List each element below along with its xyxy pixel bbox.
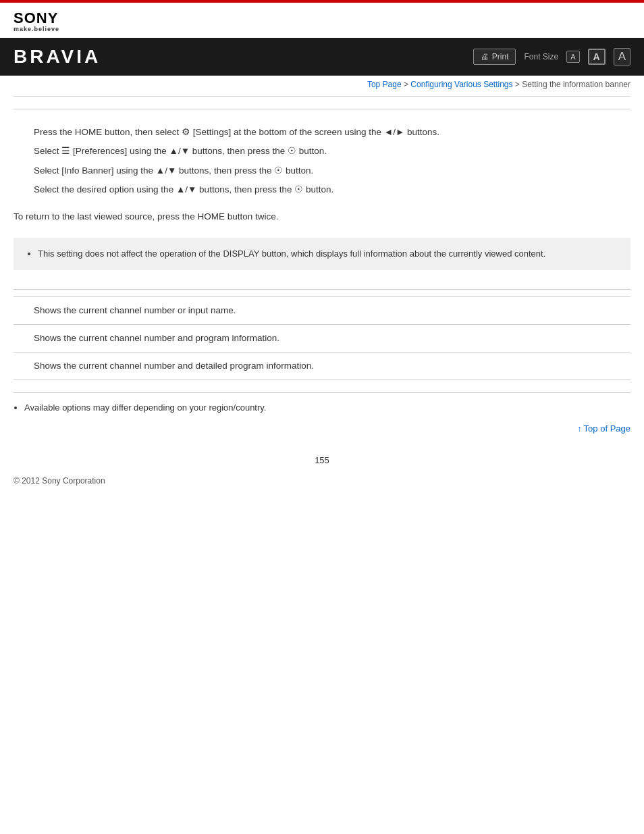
breadcrumb-sep1: > xyxy=(402,80,411,89)
top-of-page-container: ↑ Top of Page xyxy=(14,418,630,444)
up-arrow-icon: ↑ xyxy=(577,424,581,434)
options-section: Shows the current channel number or inpu… xyxy=(14,296,630,381)
print-icon: 🖨 xyxy=(481,52,489,61)
breadcrumb: Top Page > Configuring Various Settings … xyxy=(14,76,630,96)
logo-area: SONY make.believe xyxy=(0,3,644,38)
header-controls: 🖨 Print Font Size A A A xyxy=(473,48,630,66)
option-1-description: Shows the current channel number or inpu… xyxy=(34,305,236,315)
breadcrumb-top-page[interactable]: Top Page xyxy=(367,80,402,89)
top-of-page-link[interactable]: ↑ Top of Page xyxy=(577,423,630,434)
spacer3 xyxy=(14,380,630,392)
print-button[interactable]: 🖨 Print xyxy=(473,49,516,65)
page-number: 155 xyxy=(0,444,644,471)
sony-logo: SONY make.believe xyxy=(14,11,59,32)
return-note: To return to the last viewed source, pre… xyxy=(14,206,630,231)
font-size-small-button[interactable]: A xyxy=(566,51,579,63)
bravia-header: BRAVIA 🖨 Print Font Size A A A xyxy=(0,38,644,76)
option-row-2: Shows the current channel number and pro… xyxy=(14,324,630,352)
spacer2 xyxy=(14,277,630,289)
bottom-note: Available options may differ depending o… xyxy=(14,393,630,418)
option-3-description: Shows the current channel number and det… xyxy=(34,361,314,371)
print-label: Print xyxy=(492,52,509,61)
spacer1 xyxy=(14,97,630,109)
sony-wordmark: SONY xyxy=(14,11,58,26)
footer: © 2012 Sony Corporation xyxy=(0,471,644,499)
option-row-3: Shows the current channel number and det… xyxy=(14,352,630,380)
note-item: This setting does not affect the operati… xyxy=(38,247,617,261)
font-size-large-button[interactable]: A xyxy=(614,48,630,66)
bravia-title: BRAVIA xyxy=(14,46,101,68)
content-area: Top Page > Configuring Various Settings … xyxy=(0,76,644,444)
breadcrumb-configuring[interactable]: Configuring Various Settings xyxy=(410,80,512,89)
font-size-medium-button[interactable]: A xyxy=(588,49,606,65)
copyright: © 2012 Sony Corporation xyxy=(14,476,105,486)
option-2-description: Shows the current channel number and pro… xyxy=(34,333,279,343)
divider-3 xyxy=(14,289,630,290)
sony-tagline: make.believe xyxy=(14,26,59,32)
font-size-label: Font Size xyxy=(524,52,558,61)
option-row-1: Shows the current channel number or inpu… xyxy=(14,296,630,324)
breadcrumb-sep2: > xyxy=(513,80,522,89)
step-4: Select the desired option using the ▲/▼ … xyxy=(14,180,630,199)
steps-section: Press the HOME button, then select ⚙ [Se… xyxy=(14,109,630,206)
top-of-page-label: Top of Page xyxy=(584,423,630,434)
note-box: This setting does not affect the operati… xyxy=(14,238,630,270)
breadcrumb-current: Setting the information banner xyxy=(522,80,630,89)
step-3: Select [Info Banner] using the ▲/▼ butto… xyxy=(14,161,630,180)
step-2: Select ☰ [Preferences] using the ▲/▼ but… xyxy=(14,142,630,161)
step-1: Press the HOME button, then select ⚙ [Se… xyxy=(14,123,630,142)
bottom-note-item: Available options may differ depending o… xyxy=(24,402,630,413)
